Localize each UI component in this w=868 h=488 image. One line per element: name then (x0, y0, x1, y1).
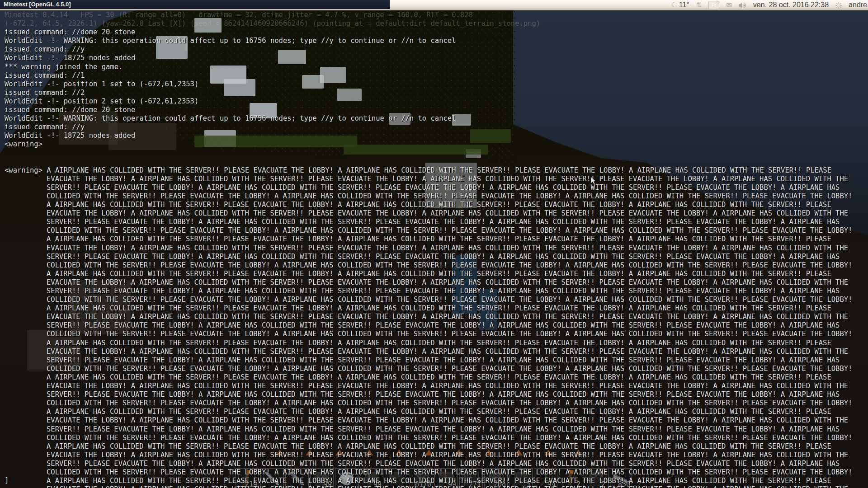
volume-icon[interactable] (739, 1, 746, 9)
window-title: Minetest [OpenGL 4.5.0] (4, 1, 71, 8)
chat-line: issued command: //dome 20 stone (5, 106, 863, 114)
chat-line: issued command: //dome 20 stone (5, 28, 863, 37)
chat-line: WorldEdit -!- position 2 set to (-672,61… (5, 97, 863, 106)
chat-line: <warning> (5, 140, 863, 149)
console-prompt[interactable]: ] (5, 476, 9, 484)
user-status-icon (835, 1, 842, 9)
mouse-cursor (590, 176, 597, 188)
chat-line: *** warning joined the game. (5, 63, 863, 71)
chat-line: issued command: //y (5, 45, 863, 54)
chat-lines: issued command: //dome 20 stoneWorldEdit… (5, 28, 863, 149)
chat-console: issued command: //dome 20 stoneWorldEdit… (5, 11, 863, 488)
chat-line: WorldEdit -!- WARNING: this operation co… (5, 37, 863, 45)
chat-line: WorldEdit -!- position 1 set to (-672,61… (5, 80, 863, 89)
keyboard-layout-indicator[interactable]: Fr (708, 1, 719, 9)
warning-spam-block: <warning> A AIRPLANE HAS COLLIDED WITH T… (5, 166, 859, 488)
chat-line: WorldEdit -!- 18725 nodes added (5, 131, 863, 140)
minetest-titlebar[interactable]: Minetest [OpenGL 4.5.0] (0, 0, 390, 9)
chat-line: issued command: //y (5, 123, 863, 131)
chat-line: issued command: //1 (5, 71, 863, 80)
updates-icon[interactable]: ⇅ (696, 1, 702, 9)
system-tray: ☾ 11° ⇅ Fr ✉ ven. 28 oct. 2016 22:38 (671, 0, 867, 10)
mail-icon[interactable]: ✉ (726, 1, 732, 9)
moon-icon: ☾ (671, 1, 677, 9)
chat-line: issued command: //2 (5, 89, 863, 97)
desktop-screen: 219999961709977120659422850 Minetest 0.4… (0, 0, 868, 488)
clock[interactable]: ven. 28 oct. 2016 22:38 (753, 1, 829, 9)
chat-line: WorldEdit -!- WARNING: this operation co… (5, 114, 863, 123)
chat-line: WorldEdit -!- 18725 nodes added (5, 54, 863, 62)
temperature-label: 11° (679, 1, 689, 9)
username-label[interactable]: andre (849, 1, 867, 9)
weather-applet[interactable]: ☾ 11° (671, 1, 689, 9)
